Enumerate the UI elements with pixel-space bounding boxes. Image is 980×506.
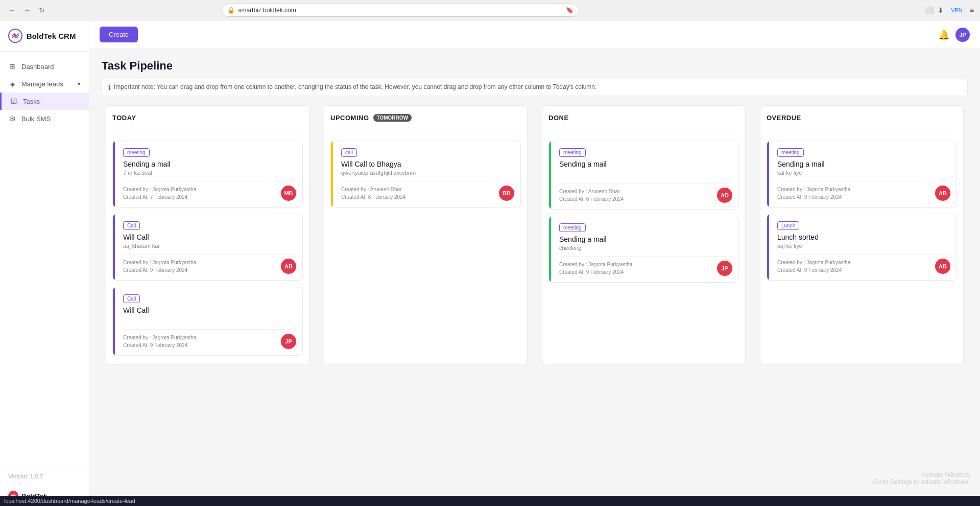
task-subtitle: aaj khatam kar bbox=[123, 243, 296, 249]
task-tag: Lunch bbox=[777, 221, 799, 230]
bulk-sms-label: Bulk SMS bbox=[21, 115, 51, 123]
col-title-overdue: OVERDUE bbox=[767, 114, 801, 122]
task-card-done-1[interactable]: meeting Sending a mail checking Created … bbox=[548, 216, 739, 283]
task-tag: meeting bbox=[559, 148, 586, 157]
card-left-bar bbox=[113, 141, 115, 207]
lock-icon: 🔒 bbox=[227, 7, 235, 14]
menu-icon[interactable]: ≡ bbox=[970, 6, 974, 14]
task-card-today-0[interactable]: meeting Sending a mail 7 cr ka deal Crea… bbox=[112, 141, 303, 208]
task-title: Will Call bbox=[123, 306, 296, 314]
task-card-upcoming-0[interactable]: call Will Call to Bhagya qwertyuiop asdf… bbox=[330, 141, 521, 208]
col-title-upcoming: UPCOMING bbox=[330, 114, 369, 122]
manage-leads-icon: ◈ bbox=[8, 80, 16, 88]
info-banner: ℹ Important note: You can drag and drop … bbox=[102, 79, 968, 96]
browser-chrome: ← → ↻ 🔒 smartbiz.boldtek.com 🔖 ⬜ ⬇ VPN ≡ bbox=[0, 0, 980, 20]
task-title: Sending a mail bbox=[559, 160, 732, 168]
task-avatar: JP bbox=[281, 334, 296, 349]
col-badge-upcoming: TOMORROW bbox=[373, 114, 412, 122]
task-card-inner: meeting Sending a mail checking Created … bbox=[555, 222, 732, 276]
sidebar-item-bulk-sms[interactable]: ✉ Bulk SMS bbox=[0, 110, 89, 127]
task-avatar: MB bbox=[281, 186, 296, 201]
task-meta: Created by : Jagrota Purkyastha Created … bbox=[777, 259, 850, 274]
manage-leads-label: Manage leads bbox=[21, 80, 63, 88]
task-card-inner: meeting Sending a mail Created by : Arun… bbox=[555, 147, 732, 203]
col-divider-upcoming bbox=[330, 130, 521, 130]
task-card-done-0[interactable]: meeting Sending a mail Created by : Arun… bbox=[548, 141, 739, 210]
task-footer: Created by : Arunesh Dhar Created At: 8 … bbox=[559, 183, 732, 203]
task-title: Will Call to Bhagya bbox=[341, 160, 514, 168]
sidebar-footer: Version: 1.0.3 bbox=[0, 467, 89, 486]
task-tag: Call bbox=[123, 294, 140, 303]
col-header-today: TODAY bbox=[112, 114, 303, 122]
address-bar[interactable]: 🔒 smartbiz.boldtek.com 🔖 bbox=[222, 4, 579, 17]
col-header-overdue: OVERDUE bbox=[767, 114, 957, 122]
task-card-today-1[interactable]: Call Will Call aaj khatam kar Created by… bbox=[112, 214, 303, 281]
task-footer: Created by : Jagrota Purkyastha Created … bbox=[777, 181, 950, 201]
logo-text: BoldTek CRM bbox=[27, 32, 76, 40]
bell-icon[interactable]: 🔔 bbox=[938, 29, 949, 40]
task-meta: Created by : Arunesh Dhar Created At: 8 … bbox=[341, 186, 405, 201]
download-icon: ⬇ bbox=[938, 6, 944, 14]
col-divider-done bbox=[548, 130, 739, 130]
task-title: Will Call bbox=[123, 233, 296, 241]
dashboard-icon: ⊞ bbox=[8, 62, 16, 71]
col-header-done: DONE bbox=[548, 114, 739, 122]
page-title: Task Pipeline bbox=[102, 59, 968, 73]
card-left-bar bbox=[113, 287, 115, 355]
card-left-bar bbox=[549, 216, 551, 282]
sidebar-item-dashboard[interactable]: ⊞ Dashboard bbox=[0, 58, 89, 75]
user-avatar[interactable]: JP bbox=[955, 28, 970, 42]
col-title-done: DONE bbox=[548, 114, 569, 122]
col-divider-overdue bbox=[767, 130, 957, 130]
pipeline: TODAY meeting Sending a mail 7 cr ka dea… bbox=[102, 105, 968, 364]
task-avatar: AB bbox=[935, 259, 950, 274]
task-card-inner: Call Will Call Created by : Jagrota Purk… bbox=[119, 293, 296, 349]
top-bar: Create 🔔 JP bbox=[89, 20, 980, 49]
task-meta: Created by : Jagrota Purkyastha Created … bbox=[777, 186, 850, 201]
card-left-bar bbox=[767, 214, 769, 280]
task-title: Sending a mail bbox=[777, 160, 950, 168]
status-bar: localhost:4200/dashboard/manage-leads/cr… bbox=[0, 496, 980, 506]
logo-icon bbox=[8, 29, 22, 43]
task-tag: call bbox=[341, 148, 357, 157]
task-card-overdue-1[interactable]: Lunch Lunch sorted aaj ke liye Created b… bbox=[767, 214, 957, 281]
bookmark-icon: 🔖 bbox=[566, 7, 573, 14]
task-subtitle: aaj ke liye bbox=[777, 243, 950, 249]
task-footer: Created by : Arunesh Dhar Created At: 8 … bbox=[341, 181, 514, 201]
back-button[interactable]: ← bbox=[6, 4, 17, 16]
task-tag: meeting bbox=[777, 148, 804, 157]
task-meta: Created by : Arunesh Dhar Created At: 8 … bbox=[559, 188, 624, 203]
sidebar-item-manage-leads[interactable]: ◈ Manage leads ▾ bbox=[0, 75, 89, 93]
card-left-bar bbox=[549, 141, 551, 209]
sidebar-item-tasks[interactable]: ☑ Tasks bbox=[0, 93, 89, 110]
task-card-today-2[interactable]: Call Will Call Created by : Jagrota Purk… bbox=[112, 287, 303, 356]
task-tag: meeting bbox=[123, 148, 150, 157]
task-footer: Created by : Jagrota Purkyastha Created … bbox=[123, 329, 296, 349]
task-card-inner: meeting Sending a mail 7 cr ka deal Crea… bbox=[119, 147, 296, 201]
task-meta: Created by : Jagrota Purkyastha Created … bbox=[123, 259, 196, 274]
task-avatar: AB bbox=[281, 259, 296, 274]
task-card-inner: Lunch Lunch sorted aaj ke liye Created b… bbox=[773, 220, 950, 274]
create-button[interactable]: Create bbox=[100, 27, 138, 42]
task-subtitle: 7 cr ka deal bbox=[123, 170, 296, 176]
refresh-button[interactable]: ↻ bbox=[37, 4, 47, 16]
task-card-overdue-0[interactable]: meeting Sending a mail kal ke liye Creat… bbox=[767, 141, 957, 208]
col-title-today: TODAY bbox=[112, 114, 136, 122]
card-left-bar bbox=[113, 214, 115, 280]
browser-right-icons: ⬜ ⬇ VPN ≡ bbox=[925, 6, 974, 14]
task-subtitle: qwertyuiop asdfghjkl zxcvbnm bbox=[341, 170, 514, 176]
task-card-inner: call Will Call to Bhagya qwertyuiop asdf… bbox=[337, 147, 514, 201]
task-avatar: AD bbox=[717, 188, 732, 203]
screen-icon: ⬜ bbox=[925, 6, 934, 14]
page-content: Task Pipeline ℹ Important note: You can … bbox=[89, 49, 980, 506]
bulk-sms-icon: ✉ bbox=[8, 114, 16, 123]
tasks-label: Tasks bbox=[23, 98, 40, 105]
forward-button[interactable]: → bbox=[21, 4, 33, 16]
task-meta: Created by : Jagrota Purkyastha Created … bbox=[123, 334, 196, 349]
task-footer: Created by : Jagrota Purkyastha Created … bbox=[123, 181, 296, 201]
task-subtitle: kal ke liye bbox=[777, 170, 950, 176]
pipeline-col-done: DONE meeting Sending a mail Created by :… bbox=[542, 105, 746, 364]
tasks-icon: ☑ bbox=[10, 97, 18, 105]
info-text: Important note: You can drag and drop fr… bbox=[114, 83, 596, 90]
version-text: Version: 1.0.3 bbox=[8, 473, 42, 479]
